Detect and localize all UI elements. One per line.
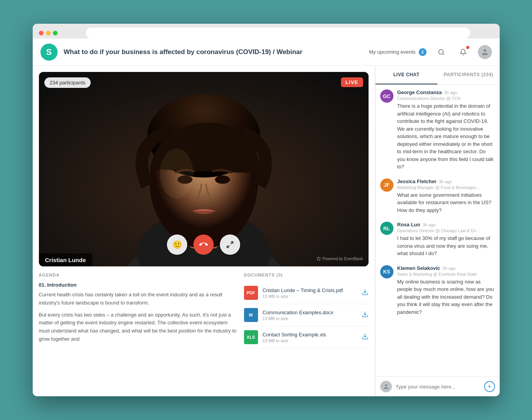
message-timestamp: 3h ago	[444, 90, 457, 95]
tab-live-chat[interactable]: LIVE CHAT	[376, 66, 438, 84]
emoji-button[interactable]: 🙂	[167, 234, 187, 255]
svg-point-18	[385, 384, 387, 386]
svg-point-10	[215, 175, 230, 184]
documents-title: DOCUMENTS (3)	[244, 273, 369, 277]
upcoming-events-button[interactable]: My upcoming events 2	[369, 48, 426, 56]
document-item: PDFCristian Lunde – Timing & Crisis.pdf1…	[244, 282, 369, 304]
powered-by-text: Powered by EventBank	[323, 257, 363, 261]
browser-dots	[39, 31, 58, 35]
chat-tabs: LIVE CHAT PARTICIPANTS (234)	[376, 66, 500, 85]
browser-window: S What to do if your business is affecte…	[33, 24, 500, 396]
chat-message: RLRosa Luo3h agoOperations Director @ Ch…	[380, 222, 495, 257]
left-panel: 234 participants LIVE Cristian Lunde 🙂	[33, 66, 375, 396]
notification-badge	[466, 46, 469, 49]
main-content: 234 participants LIVE Cristian Lunde 🙂	[33, 66, 500, 396]
agenda-panel: AGENDA 01. Introduction Current health c…	[39, 273, 238, 390]
hangup-button[interactable]	[193, 234, 214, 255]
doc-name: Contact Sorting Example.xls	[263, 332, 357, 338]
download-button[interactable]	[362, 333, 369, 341]
documents-list: PDFCristian Lunde – Timing & Crisis.pdf1…	[244, 282, 369, 348]
tab-participants[interactable]: PARTICIPANTS (234)	[437, 66, 500, 84]
chat-input-area: +	[376, 376, 500, 396]
download-button[interactable]	[362, 289, 369, 297]
header-right: My upcoming events 2	[369, 45, 492, 59]
chat-messages: GCGeorge Constanza3h agoCommunications D…	[376, 85, 500, 376]
expand-button[interactable]	[220, 234, 240, 255]
message-timestamp: 3h ago	[442, 266, 456, 271]
search-icon[interactable]	[434, 45, 448, 59]
doc-type-icon: XLS	[244, 330, 258, 344]
download-button[interactable]	[362, 311, 369, 319]
svg-point-2	[483, 49, 486, 52]
svg-point-11	[160, 148, 193, 198]
avatar[interactable]	[478, 45, 492, 59]
live-badge: LIVE	[341, 77, 363, 87]
doc-name: Cristian Lunde – Timing & Crisis.pdf	[263, 287, 357, 293]
message-avatar: JF	[380, 178, 393, 192]
browser-chrome	[33, 24, 500, 38]
message-sender-role: Communications Director @ TCN	[397, 96, 495, 101]
video-area: 234 participants LIVE Cristian Lunde 🙂	[39, 72, 369, 266]
agenda-paragraph-1: Current health crisis has certainly take…	[39, 291, 238, 307]
doc-name: Communication Examples.docx	[263, 310, 357, 315]
message-avatar: GC	[380, 89, 393, 103]
message-text: What are some government initiatives ava…	[397, 191, 495, 214]
message-avatar: KS	[380, 265, 393, 278]
message-sender-name: Jessica Fletcher	[397, 178, 437, 184]
message-sender-name: Klemen Selakovic	[397, 265, 441, 271]
dot-yellow[interactable]	[46, 31, 51, 35]
doc-size: 13 MB in size	[263, 294, 357, 299]
chat-input[interactable]	[396, 384, 480, 390]
agenda-title: AGENDA	[39, 273, 238, 277]
bell-icon[interactable]	[456, 45, 470, 59]
right-panel: LIVE CHAT PARTICIPANTS (234) GCGeorge Co…	[375, 66, 500, 396]
documents-panel: DOCUMENTS (3) PDFCristian Lunde – Timing…	[244, 273, 369, 390]
bottom-panels: AGENDA 01. Introduction Current health c…	[33, 273, 375, 396]
svg-marker-14	[317, 257, 321, 261]
message-text: My online business is soaring now as peo…	[397, 278, 495, 316]
upcoming-events-badge: 2	[419, 48, 427, 56]
doc-type-icon: W	[244, 308, 258, 322]
message-sender-name: George Constanza	[397, 89, 442, 95]
chat-add-button[interactable]: +	[484, 381, 495, 392]
doc-size: 13 MB in size	[263, 316, 357, 321]
powered-by: Powered by EventBank	[316, 256, 363, 261]
agenda-paragraph-2: But every crisis has two sides – a chall…	[39, 311, 238, 343]
message-sender-name: Rosa Luo	[397, 222, 420, 228]
message-sender-role: Sales & Marketing @ Everbrite Real State	[397, 272, 495, 276]
chat-self-avatar	[380, 381, 392, 392]
emoji-icon: 🙂	[172, 240, 182, 249]
doc-type-icon: PDF	[244, 286, 258, 300]
upcoming-events-label: My upcoming events	[369, 49, 415, 55]
logo: S	[40, 44, 58, 61]
document-item: XLSContact Sorting Example.xls13 MB in s…	[244, 326, 369, 348]
message-sender-role: Marketing Manager @ Food & Beverages…	[397, 185, 495, 190]
agenda-item-number: 01. Introduction	[39, 282, 238, 288]
chat-message: GCGeorge Constanza3h agoCommunications D…	[380, 89, 495, 171]
speaker-name: Cristian Lunde	[39, 254, 92, 266]
doc-size: 13 MB in size	[263, 338, 357, 343]
chat-message: JFJessica Fletcher3h agoMarketing Manage…	[380, 178, 495, 214]
participants-badge: 234 participants	[44, 77, 91, 88]
url-bar[interactable]	[86, 28, 470, 38]
message-timestamp: 3h ago	[439, 179, 452, 184]
svg-line-1	[442, 53, 444, 54]
message-timestamp: 3h ago	[423, 222, 436, 227]
app-container: S What to do if your business is affecte…	[33, 38, 500, 396]
message-avatar: RL	[380, 222, 393, 235]
message-text: There is a huge potential in the domain …	[397, 102, 495, 171]
message-text: I had to let 30% of my staff go because …	[397, 234, 495, 257]
dot-red[interactable]	[39, 31, 44, 35]
message-sender-role: Operations Director @ Chicago Law & En…	[397, 228, 495, 233]
header: S What to do if your business is affecte…	[33, 38, 500, 66]
dot-green[interactable]	[53, 31, 58, 35]
video-controls: 🙂	[167, 234, 240, 255]
svg-point-0	[439, 49, 443, 54]
page-title: What to do if your business is affected …	[64, 48, 363, 56]
document-item: WCommunication Examples.docx13 MB in siz…	[244, 304, 369, 326]
chat-message: KSKlemen Selakovic3h agoSales & Marketin…	[380, 265, 495, 316]
